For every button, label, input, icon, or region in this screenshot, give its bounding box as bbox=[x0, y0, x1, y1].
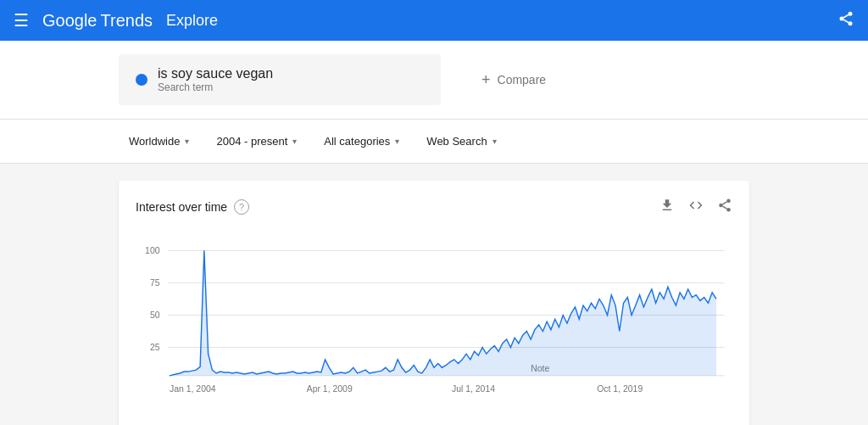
svg-point-7 bbox=[726, 208, 731, 212]
svg-line-3 bbox=[843, 20, 849, 22]
compare-label: Compare bbox=[498, 73, 547, 87]
svg-point-2 bbox=[849, 21, 853, 25]
search-term-label: is soy sauce vegan bbox=[158, 66, 273, 81]
time-chevron-icon: ▾ bbox=[292, 137, 297, 146]
plus-icon: + bbox=[481, 71, 491, 89]
svg-line-4 bbox=[843, 14, 849, 17]
svg-text:75: 75 bbox=[150, 278, 160, 288]
region-label: Worldwide bbox=[129, 135, 180, 148]
search-term-text: is soy sauce vegan Search term bbox=[158, 66, 273, 93]
time-filter[interactable]: 2004 - present ▾ bbox=[206, 130, 307, 153]
embed-button[interactable] bbox=[688, 198, 704, 216]
search-type-label: Web Search bbox=[426, 135, 487, 148]
compare-button[interactable]: + Compare bbox=[461, 59, 566, 101]
logo-google: Google bbox=[42, 11, 97, 31]
search-type-chevron-icon: ▾ bbox=[492, 137, 497, 146]
logo: Google Trends bbox=[42, 11, 153, 31]
chart-title-area: Interest over time ? bbox=[136, 199, 249, 215]
category-chevron-icon: ▾ bbox=[395, 137, 399, 146]
header: ☰ Google Trends Explore bbox=[0, 0, 868, 41]
time-label: 2004 - present bbox=[216, 135, 287, 148]
search-type-filter[interactable]: Web Search ▾ bbox=[416, 130, 506, 153]
search-area: is soy sauce vegan Search term + Compare bbox=[0, 41, 868, 120]
region-chevron-icon: ▾ bbox=[185, 137, 189, 146]
svg-line-8 bbox=[722, 206, 726, 209]
svg-point-5 bbox=[726, 199, 731, 204]
svg-marker-24 bbox=[170, 250, 716, 375]
share-button[interactable] bbox=[717, 198, 732, 216]
svg-text:Jan 1, 2004: Jan 1, 2004 bbox=[170, 384, 216, 394]
category-filter[interactable]: All categories ▾ bbox=[314, 130, 409, 153]
search-term-sub: Search term bbox=[158, 81, 273, 93]
help-icon[interactable]: ? bbox=[234, 199, 249, 215]
svg-text:25: 25 bbox=[150, 343, 160, 352]
download-button[interactable] bbox=[659, 198, 675, 216]
share-icon[interactable] bbox=[837, 10, 854, 31]
svg-text:Oct 1, 2019: Oct 1, 2019 bbox=[597, 384, 643, 394]
svg-text:50: 50 bbox=[150, 310, 160, 320]
chart-container: Interest over time ? bbox=[119, 181, 749, 425]
header-left: ☰ Google Trends Explore bbox=[14, 10, 218, 31]
explore-label: Explore bbox=[166, 12, 218, 30]
svg-text:Apr 1, 2009: Apr 1, 2009 bbox=[307, 384, 353, 394]
svg-point-0 bbox=[849, 11, 853, 15]
trends-chart: 100 75 50 25 Jan 1, 2004 Apr 1, 2009 Jul… bbox=[136, 230, 732, 417]
svg-point-1 bbox=[840, 16, 844, 20]
menu-icon[interactable]: ☰ bbox=[14, 10, 29, 31]
logo-trends: Trends bbox=[101, 11, 153, 31]
svg-line-9 bbox=[722, 202, 726, 204]
chart-header: Interest over time ? bbox=[136, 198, 732, 216]
region-filter[interactable]: Worldwide ▾ bbox=[119, 130, 199, 153]
chart-actions bbox=[659, 198, 732, 216]
search-dot bbox=[136, 74, 147, 86]
svg-text:100: 100 bbox=[145, 246, 160, 255]
category-label: All categories bbox=[324, 135, 390, 148]
chart-svg-container: 100 75 50 25 Jan 1, 2004 Apr 1, 2009 Jul… bbox=[136, 230, 732, 420]
filters-row: Worldwide ▾ 2004 - present ▾ All categor… bbox=[0, 120, 868, 164]
chart-title: Interest over time bbox=[136, 200, 227, 214]
svg-point-6 bbox=[719, 204, 723, 208]
main-content: Interest over time ? bbox=[0, 164, 868, 425]
search-term-box[interactable]: is soy sauce vegan Search term bbox=[119, 54, 441, 105]
svg-text:Jul 1, 2014: Jul 1, 2014 bbox=[452, 384, 495, 394]
